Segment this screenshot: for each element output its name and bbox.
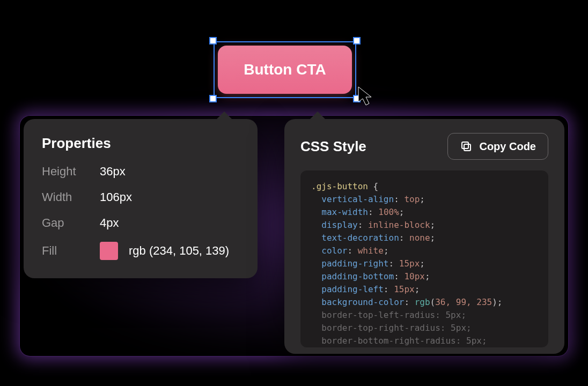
css-panel-title: CSS Style <box>300 138 366 155</box>
fill-swatch[interactable] <box>100 242 118 260</box>
properties-panel: Properties Height 36px Width 106px Gap 4… <box>24 119 258 278</box>
property-row: Gap 4px <box>42 216 239 230</box>
selection-outline <box>214 41 356 98</box>
property-value[interactable]: 36px <box>100 165 126 179</box>
property-label: Height <box>42 165 95 179</box>
properties-panel-title: Properties <box>42 135 239 152</box>
property-row-fill: Fill rgb (234, 105, 139) <box>42 242 239 260</box>
css-panel: CSS Style Copy Code .gjs-button { vertic… <box>284 119 564 354</box>
cursor-icon <box>357 86 376 107</box>
selected-element-wrapper[interactable]: Button CTA <box>214 41 356 98</box>
property-value[interactable]: 4px <box>100 216 119 230</box>
property-row: Width 106px <box>42 190 239 204</box>
css-code-block[interactable]: .gjs-button { vertical-align: top; max-w… <box>300 170 548 347</box>
property-label: Gap <box>42 216 95 230</box>
copy-icon <box>460 140 473 153</box>
property-value[interactable]: rgb (234, 105, 139) <box>129 244 229 258</box>
copy-code-button[interactable]: Copy Code <box>447 133 548 160</box>
property-label: Fill <box>42 244 95 258</box>
copy-code-label: Copy Code <box>479 140 536 153</box>
resize-handle-top-right[interactable] <box>353 37 361 44</box>
property-label: Width <box>42 190 95 204</box>
svg-rect-1 <box>462 142 468 149</box>
svg-rect-0 <box>464 144 471 151</box>
resize-handle-top-left[interactable] <box>209 37 217 44</box>
property-row: Height 36px <box>42 165 239 179</box>
property-value[interactable]: 106px <box>100 190 132 204</box>
resize-handle-bottom-left[interactable] <box>209 95 217 102</box>
